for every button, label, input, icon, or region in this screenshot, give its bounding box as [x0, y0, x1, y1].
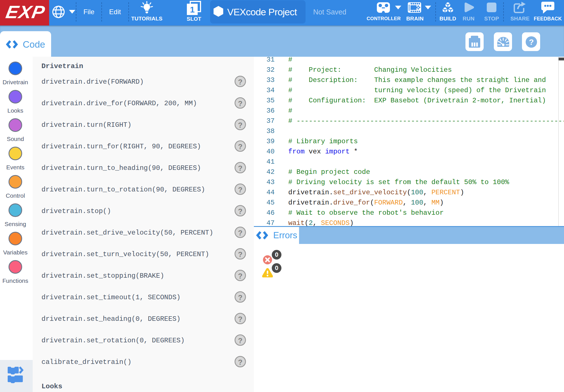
svg-text:?: ? [529, 38, 534, 47]
svg-text:1: 1 [190, 5, 195, 14]
